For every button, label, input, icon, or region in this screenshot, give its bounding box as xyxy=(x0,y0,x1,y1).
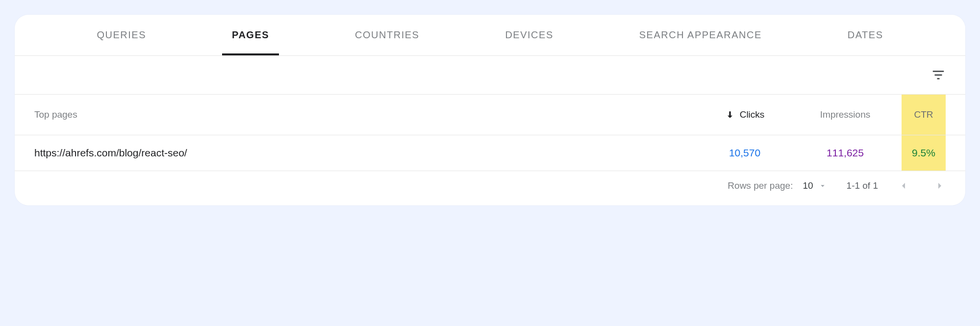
column-header-clicks[interactable]: Clicks xyxy=(701,109,789,120)
column-header-ctr[interactable]: CTR xyxy=(902,95,946,135)
cell-page-url[interactable]: https://ahrefs.com/blog/react-seo/ xyxy=(34,147,701,159)
table-header: Top pages Clicks Impressions CTR xyxy=(15,95,965,135)
rows-per-page-select[interactable]: 10 xyxy=(803,180,827,191)
tab-countries[interactable]: COUNTRIES xyxy=(345,15,429,55)
cell-ctr: 9.5% xyxy=(902,135,946,171)
pager-prev-icon[interactable] xyxy=(898,180,909,192)
tab-queries[interactable]: QUERIES xyxy=(87,15,156,55)
cell-clicks: 10,570 xyxy=(701,147,789,159)
column-header-impressions[interactable]: Impressions xyxy=(789,109,902,120)
pager: Rows per page: 10 1-1 of 1 xyxy=(15,171,965,205)
pager-next-icon[interactable] xyxy=(934,180,946,192)
dropdown-icon xyxy=(818,181,827,190)
tab-pages[interactable]: PAGES xyxy=(222,15,279,55)
pager-arrows xyxy=(898,180,946,192)
tab-devices[interactable]: DEVICES xyxy=(495,15,563,55)
table-row[interactable]: https://ahrefs.com/blog/react-seo/ 10,57… xyxy=(15,135,965,171)
column-header-clicks-label: Clicks xyxy=(740,109,765,120)
sort-descending-icon xyxy=(725,110,735,120)
tabs-bar: QUERIES PAGES COUNTRIES DEVICES SEARCH A… xyxy=(15,15,965,56)
filter-row xyxy=(15,56,965,95)
column-header-top-pages[interactable]: Top pages xyxy=(34,109,701,120)
filter-icon[interactable] xyxy=(931,68,946,82)
rows-per-page: Rows per page: 10 xyxy=(728,180,827,191)
tab-search-appearance[interactable]: SEARCH APPEARANCE xyxy=(629,15,772,55)
pager-range: 1-1 of 1 xyxy=(847,180,878,191)
rows-per-page-value: 10 xyxy=(803,180,813,191)
rows-per-page-label: Rows per page: xyxy=(728,180,793,191)
report-card: QUERIES PAGES COUNTRIES DEVICES SEARCH A… xyxy=(15,15,965,205)
tab-dates[interactable]: DATES xyxy=(838,15,893,55)
cell-impressions: 111,625 xyxy=(789,147,902,159)
